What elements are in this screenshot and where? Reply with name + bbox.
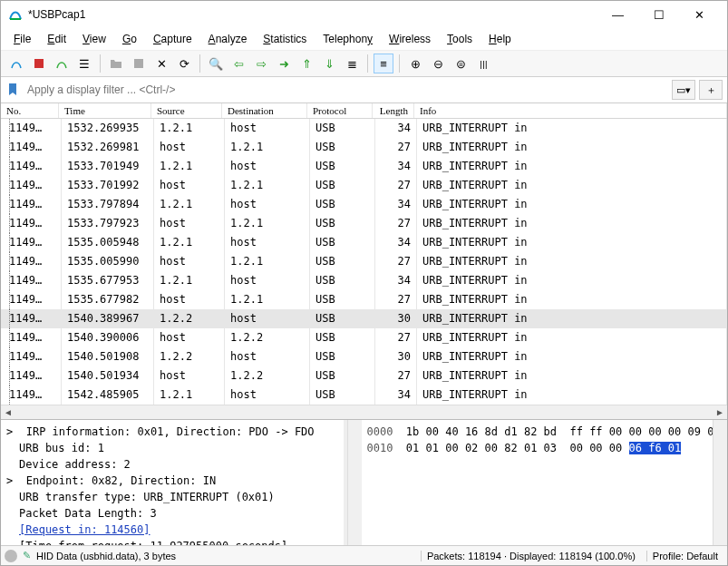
filter-add-button[interactable]: ＋ xyxy=(699,80,723,100)
start-capture-icon[interactable] xyxy=(6,54,26,73)
auto-scroll-icon[interactable]: ≣ xyxy=(342,54,362,73)
go-to-packet-icon[interactable]: ➜ xyxy=(274,54,294,73)
zoom-out-icon[interactable]: ⊖ xyxy=(428,54,448,73)
detail-line[interactable]: > IRP information: 0x01, Direction: PDO … xyxy=(3,424,344,440)
filter-bar: ▭▾ ＋ xyxy=(1,77,727,103)
filter-expression-button[interactable]: ▭▾ xyxy=(672,80,695,100)
table-row[interactable]: 1149…1533.7019491.2.1hostUSB34URB_INTERR… xyxy=(1,157,727,176)
separator xyxy=(100,54,101,73)
packet-details[interactable]: > IRP information: 0x01, Direction: PDO … xyxy=(1,420,347,545)
packet-list-body: 1149…1532.2699351.2.1hostUSB34URB_INTERR… xyxy=(1,119,727,405)
col-header-length[interactable]: Length xyxy=(373,103,414,118)
horizontal-scrollbar[interactable]: ◄ ► xyxy=(1,405,727,419)
zoom-reset-icon[interactable]: ⊜ xyxy=(451,54,471,73)
status-field: HID Data (usbhid.data), 3 bytes xyxy=(36,551,176,561)
table-row[interactable]: 1149…1535.6779531.2.1hostUSB34URB_INTERR… xyxy=(1,271,727,290)
svg-rect-1 xyxy=(134,59,143,68)
hex-bytes: 01 01 00 02 00 82 01 03 00 00 00 xyxy=(406,442,629,454)
zoom-in-icon[interactable]: ⊕ xyxy=(405,54,425,73)
app-icon xyxy=(8,7,23,22)
go-forward-icon[interactable]: ⇨ xyxy=(251,54,271,73)
bytes-scrollbar[interactable] xyxy=(713,420,727,545)
table-row[interactable]: 1149…1535.005990host1.2.1USB27URB_INTERR… xyxy=(1,252,727,271)
packet-bytes[interactable]: 0000 1b 00 40 16 8d d1 82 bd ff ff 00 00… xyxy=(362,420,713,545)
window-title: *USBPcap1 xyxy=(28,8,597,21)
hex-bytes-highlight: 06 f6 01 xyxy=(629,442,682,454)
col-header-no[interactable]: No. xyxy=(1,103,59,118)
colorize-icon[interactable]: ≡ xyxy=(374,54,393,73)
detail-line[interactable]: Packet Data Length: 3 xyxy=(3,505,344,522)
close-file-icon[interactable]: ✕ xyxy=(151,54,171,73)
statusbar: ✎ HID Data (usbhid.data), 3 bytes Packet… xyxy=(1,545,727,565)
window-controls: — ☐ ✕ xyxy=(597,1,720,28)
capture-options-icon[interactable]: ☰ xyxy=(74,54,94,73)
col-header-destination[interactable]: Destination xyxy=(222,103,307,118)
menu-file[interactable]: File xyxy=(6,30,38,48)
titlebar: *USBPcap1 — ☐ ✕ xyxy=(1,1,727,28)
go-first-icon[interactable]: ⇑ xyxy=(296,54,316,73)
hex-bytes: 1b 00 40 16 8d d1 82 bd ff ff 00 00 00 0… xyxy=(406,425,713,438)
detail-line[interactable]: > Endpoint: 0x82, Direction: IN xyxy=(3,473,344,489)
resize-columns-icon[interactable]: ⫼ xyxy=(473,54,493,73)
table-row[interactable]: 1149…1533.797923host1.2.1USB27URB_INTERR… xyxy=(1,214,727,233)
edit-icon[interactable]: ✎ xyxy=(23,550,31,561)
save-file-icon[interactable] xyxy=(129,54,149,73)
menu-telephony[interactable]: Telephony xyxy=(315,30,380,48)
col-header-info[interactable]: Info xyxy=(414,103,727,118)
maximize-button[interactable]: ☐ xyxy=(638,1,679,28)
scroll-track[interactable] xyxy=(15,407,713,418)
menu-go[interactable]: Go xyxy=(115,30,144,48)
hex-offset: 0000 xyxy=(367,425,393,438)
go-last-icon[interactable]: ⇓ xyxy=(319,54,339,73)
menu-view[interactable]: View xyxy=(75,30,113,48)
detail-line[interactable]: URB bus id: 1 xyxy=(3,440,344,456)
minimize-button[interactable]: — xyxy=(597,1,638,28)
svg-rect-0 xyxy=(34,59,44,68)
details-scrollbar[interactable] xyxy=(347,420,362,545)
stop-capture-icon[interactable] xyxy=(29,54,49,73)
find-packet-icon[interactable]: 🔍 xyxy=(206,54,226,73)
expert-info-icon[interactable] xyxy=(5,550,17,562)
col-header-time[interactable]: Time xyxy=(59,103,151,118)
col-header-source[interactable]: Source xyxy=(151,103,222,118)
table-row[interactable]: 1149…1533.701992host1.2.1USB27URB_INTERR… xyxy=(1,176,727,195)
menu-wireless[interactable]: Wireless xyxy=(382,30,438,48)
close-button[interactable]: ✕ xyxy=(679,1,720,28)
table-row[interactable]: 1149…1540.390006host1.2.2USB27URB_INTERR… xyxy=(1,328,727,347)
status-packets: Packets: 118194 · Displayed: 118194 (100… xyxy=(421,551,641,561)
menu-help[interactable]: Help xyxy=(481,30,519,48)
detail-line[interactable]: URB transfer type: URB_INTERRUPT (0x01) xyxy=(3,489,344,505)
menubar: File Edit View Go Capture Analyze Statis… xyxy=(1,28,727,51)
separator xyxy=(399,54,400,73)
table-row[interactable]: 1149…1542.4859051.2.1hostUSB34URB_INTERR… xyxy=(1,385,727,405)
detail-line[interactable]: Device address: 2 xyxy=(3,456,344,473)
menu-capture[interactable]: Capture xyxy=(146,30,199,48)
table-row[interactable]: 1149…1535.677982host1.2.1USB27URB_INTERR… xyxy=(1,290,727,309)
scroll-left-icon[interactable]: ◄ xyxy=(1,405,15,420)
menu-analyze[interactable]: Analyze xyxy=(201,30,255,48)
menu-statistics[interactable]: Statistics xyxy=(256,30,314,48)
bookmark-icon[interactable] xyxy=(5,80,20,100)
table-row[interactable]: 1149…1532.2699351.2.1hostUSB34URB_INTERR… xyxy=(1,119,727,138)
display-filter-input[interactable] xyxy=(24,81,668,99)
scroll-right-icon[interactable]: ► xyxy=(713,405,727,420)
open-file-icon[interactable] xyxy=(106,54,126,73)
reload-icon[interactable]: ⟳ xyxy=(174,54,194,73)
status-profile[interactable]: Profile: Default xyxy=(646,551,723,561)
table-row[interactable]: 1149…1535.0059481.2.1hostUSB34URB_INTERR… xyxy=(1,233,727,252)
table-row[interactable]: 1149…1540.501934host1.2.2USB27URB_INTERR… xyxy=(1,366,727,385)
menu-tools[interactable]: Tools xyxy=(440,30,480,48)
table-row[interactable]: 1149…1532.269981host1.2.1USB27URB_INTERR… xyxy=(1,138,727,157)
restart-capture-icon[interactable] xyxy=(52,54,72,73)
table-row[interactable]: 1149…1540.5019081.2.2hostUSB30URB_INTERR… xyxy=(1,347,727,366)
go-back-icon[interactable]: ⇦ xyxy=(228,54,248,73)
menu-edit[interactable]: Edit xyxy=(40,30,73,48)
separator xyxy=(367,54,368,73)
detail-line-link[interactable]: [Request in: 114560] xyxy=(3,522,344,538)
table-row[interactable]: 1149…1533.7978941.2.1hostUSB34URB_INTERR… xyxy=(1,195,727,214)
toolbar: ☰ ✕ ⟳ 🔍 ⇦ ⇨ ➜ ⇑ ⇓ ≣ ≡ ⊕ ⊖ ⊜ ⫼ xyxy=(1,51,727,77)
col-header-protocol[interactable]: Protocol xyxy=(307,103,373,118)
packet-list-header: No. Time Source Destination Protocol Len… xyxy=(1,103,727,119)
table-row[interactable]: 1149…1540.3899671.2.2hostUSB30URB_INTERR… xyxy=(1,309,727,328)
detail-line[interactable]: [Time from request: 11.927955000 seconds… xyxy=(3,538,344,545)
